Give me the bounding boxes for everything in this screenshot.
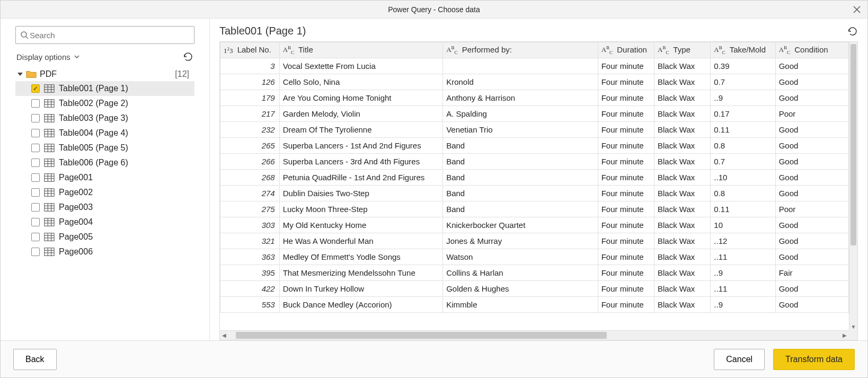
tree-item-checkbox[interactable] [31, 203, 40, 212]
table-row[interactable]: 363Medley Of Emmett's Yodle SongsWatsonF… [220, 249, 849, 265]
horizontal-scrollbar[interactable]: ◀ ▶ [220, 330, 849, 340]
tree-item-checkbox[interactable] [31, 173, 40, 182]
table-row[interactable]: 268Petunia QuadRille - 1st And 2nd Figur… [220, 170, 849, 186]
table-cell[interactable]: 363 [220, 249, 280, 265]
back-button[interactable]: Back [13, 349, 57, 370]
table-cell[interactable]: Medley Of Emmett's Yodle Songs [279, 249, 442, 265]
table-cell[interactable]: Superba Lancers - 1st And 2nd Figures [279, 138, 442, 154]
table-cell[interactable]: Black Wax [654, 297, 710, 313]
table-cell[interactable]: ..11 [711, 249, 775, 265]
table-cell[interactable]: Black Wax [654, 233, 710, 249]
table-cell[interactable]: Vocal Sextette From Lucia [279, 58, 442, 74]
table-cell[interactable]: Lucky Moon Three-Step [279, 201, 442, 217]
table-cell[interactable]: Four minute [598, 201, 654, 217]
tree-item-page001[interactable]: Page001 [15, 170, 194, 185]
scroll-right-icon[interactable]: ▶ [840, 331, 849, 340]
table-cell[interactable]: Good [775, 233, 848, 249]
tree-item-page005[interactable]: Page005 [15, 230, 194, 244]
tree-item-table001-page-1-[interactable]: Table001 (Page 1) [15, 81, 194, 96]
table-row[interactable]: 265Superba Lancers - 1st And 2nd Figures… [220, 138, 849, 154]
table-row[interactable]: 321He Was A Wonderful ManJones & MurrayF… [220, 233, 849, 249]
cancel-button[interactable]: Cancel [714, 349, 765, 370]
table-cell[interactable]: Four minute [598, 138, 654, 154]
tree-item-page006[interactable]: Page006 [15, 244, 194, 259]
table-cell[interactable]: Good [775, 217, 848, 233]
tree-item-page003[interactable]: Page003 [15, 200, 194, 215]
table-cell[interactable]: Kimmble [443, 297, 598, 313]
column-header-duration[interactable]: ABC Duration [598, 42, 654, 58]
table-cell[interactable]: Band [443, 170, 598, 186]
table-cell[interactable]: ..9 [711, 90, 775, 106]
table-cell[interactable]: Black Wax [654, 249, 710, 265]
tree-item-page004[interactable]: Page004 [15, 215, 194, 230]
tree-item-table004-page-4-[interactable]: Table004 (Page 4) [15, 126, 194, 140]
table-cell[interactable]: 275 [220, 201, 280, 217]
table-cell[interactable]: ..9 [711, 297, 775, 313]
table-cell[interactable]: Four minute [598, 233, 654, 249]
table-cell[interactable]: Band [443, 186, 598, 201]
tree-item-checkbox[interactable] [31, 84, 40, 93]
data-grid-scroll[interactable]: 123 Label No.ABC TitleABC Performed by:A… [220, 42, 849, 330]
table-cell[interactable]: ..10 [711, 170, 775, 186]
table-cell[interactable]: 126 [220, 74, 280, 90]
table-cell[interactable]: 395 [220, 265, 280, 281]
table-cell[interactable]: 217 [220, 106, 280, 122]
table-cell[interactable]: Four minute [598, 90, 654, 106]
table-cell[interactable]: Four minute [598, 281, 654, 297]
column-header-title[interactable]: ABC Title [279, 42, 442, 58]
table-cell[interactable]: Good [775, 58, 848, 74]
refresh-icon[interactable] [183, 51, 193, 62]
table-cell[interactable]: Band [443, 154, 598, 170]
table-cell[interactable]: Good [775, 154, 848, 170]
table-cell[interactable]: Petunia QuadRille - 1st And 2nd Figures [279, 170, 442, 186]
table-row[interactable]: 266Superba Lancers - 3rd And 4th Figures… [220, 154, 849, 170]
table-cell[interactable]: 265 [220, 138, 280, 154]
horizontal-scroll-thumb[interactable] [236, 332, 607, 339]
table-cell[interactable]: Good [775, 281, 848, 297]
table-row[interactable]: 217Garden Melody, ViolinA. SpaldingFour … [220, 106, 849, 122]
tree-item-table003-page-3-[interactable]: Table003 (Page 3) [15, 111, 194, 126]
table-cell[interactable]: 303 [220, 217, 280, 233]
table-cell[interactable]: Good [775, 170, 848, 186]
column-header-type[interactable]: ABC Type [654, 42, 710, 58]
tree-item-page002[interactable]: Page002 [15, 185, 194, 200]
table-cell[interactable]: Good [775, 138, 848, 154]
table-cell[interactable]: Black Wax [654, 122, 710, 138]
table-cell[interactable]: Black Wax [654, 154, 710, 170]
table-cell[interactable]: 0.7 [711, 74, 775, 90]
table-cell[interactable]: That Mesmerizing Mendelssohn Tune [279, 265, 442, 281]
table-cell[interactable]: Poor [775, 106, 848, 122]
table-cell[interactable]: 0.8 [711, 138, 775, 154]
search-input[interactable] [29, 30, 190, 40]
table-cell[interactable]: Good [775, 186, 848, 201]
table-cell[interactable]: 0.17 [711, 106, 775, 122]
table-cell[interactable]: Black Wax [654, 201, 710, 217]
vertical-scrollbar[interactable]: ▲ ▼ [849, 42, 857, 330]
vertical-scroll-thumb[interactable] [851, 44, 856, 245]
table-cell[interactable]: A. Spalding [443, 106, 598, 122]
table-cell[interactable]: Four minute [598, 154, 654, 170]
tree-item-checkbox[interactable] [31, 218, 40, 226]
table-cell[interactable]: Down In Turkey Hollow [279, 281, 442, 297]
table-row[interactable]: 422Down In Turkey HollowGolden & HughesF… [220, 281, 849, 297]
search-box[interactable] [15, 26, 194, 44]
table-cell[interactable]: 0.39 [711, 58, 775, 74]
column-header-condition[interactable]: ABC Condition [775, 42, 848, 58]
table-cell[interactable]: 0.7 [711, 154, 775, 170]
tree-item-checkbox[interactable] [31, 129, 40, 137]
table-cell[interactable]: Four minute [598, 106, 654, 122]
table-cell[interactable]: Four minute [598, 170, 654, 186]
table-cell[interactable]: Four minute [598, 217, 654, 233]
table-cell[interactable]: ..11 [711, 281, 775, 297]
table-cell[interactable]: Are You Coming Home Tonight [279, 90, 442, 106]
table-cell[interactable]: Garden Melody, Violin [279, 106, 442, 122]
table-cell[interactable]: Black Wax [654, 138, 710, 154]
tree-item-table002-page-2-[interactable]: Table002 (Page 2) [15, 96, 194, 111]
table-cell[interactable]: 0.11 [711, 201, 775, 217]
table-cell[interactable]: Superba Lancers - 3rd And 4th Figures [279, 154, 442, 170]
table-cell[interactable]: Cello Solo, Nina [279, 74, 442, 90]
table-row[interactable]: 232Dream Of The TyrolienneVenetian TrioF… [220, 122, 849, 138]
table-cell[interactable]: Collins & Harlan [443, 265, 598, 281]
table-row[interactable]: 395That Mesmerizing Mendelssohn TuneColl… [220, 265, 849, 281]
tree-root-pdf[interactable]: PDF [12] [15, 67, 194, 81]
